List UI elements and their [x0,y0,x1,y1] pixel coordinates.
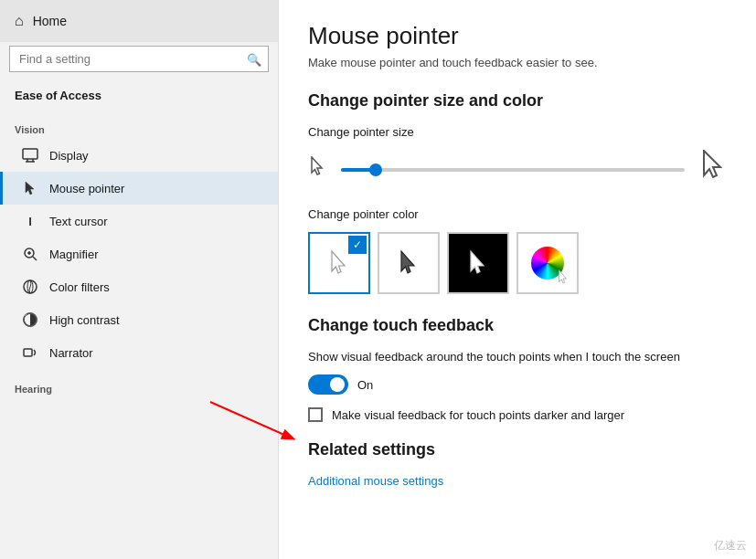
sidebar-item-display[interactable]: Display [0,139,278,172]
text-cursor-label: Text cursor [49,215,108,228]
touch-toggle[interactable] [308,374,348,395]
display-label: Display [49,149,89,163]
sidebar-item-high-contrast[interactable]: High contrast [0,303,278,336]
svg-rect-0 [23,149,37,159]
search-icon: 🔍 [247,52,261,66]
sidebar-hearing-label: Hearing [0,369,278,398]
sidebar-item-text-cursor[interactable]: I Text cursor [0,205,278,237]
touch-section-heading: Change touch feedback [308,316,727,335]
sidebar-vision-label: Vision [0,110,278,139]
additional-mouse-settings-link[interactable]: Additional mouse settings [308,474,727,488]
home-label: Home [33,14,67,28]
mouse-pointer-label: Mouse pointer [49,182,124,195]
text-cursor-icon: I [22,213,38,229]
page-title: Mouse pointer [308,22,727,50]
color-filters-icon [22,279,38,295]
touch-checkbox[interactable] [308,407,323,422]
sidebar-item-mouse-pointer[interactable]: Mouse pointer [0,172,278,205]
sidebar-item-magnifier[interactable]: Magnifier [0,237,278,270]
color-swatch-dark[interactable] [378,232,440,294]
page-subtitle: Make mouse pointer and touch feedback ea… [308,56,727,69]
narrator-icon [22,344,38,361]
search-box-container: 🔍 [9,46,269,72]
color-swatch-white[interactable]: ✓ [308,232,370,294]
touch-show-label: Show visual feedback around the touch po… [308,350,727,364]
custom-cursor-svg [557,269,573,289]
high-contrast-label: High contrast [49,313,120,327]
sidebar-home-item[interactable]: ⌂ Home [0,0,278,42]
magnifier-icon [22,246,38,262]
pointer-size-slider-container [308,150,727,189]
color-filters-label: Color filters [49,280,110,294]
main-content: Mouse pointer Make mouse pointer and tou… [279,0,756,559]
search-input[interactable] [9,46,269,72]
color-swatch-custom[interactable] [516,232,579,294]
svg-rect-13 [24,349,32,356]
swatch-selected-check: ✓ [348,236,367,254]
touch-checkbox-label: Make visual feedback for touch points da… [332,408,624,422]
home-icon: ⌂ [15,13,24,29]
narrator-label: Narrator [49,346,93,360]
white-cursor-svg [328,249,350,277]
toggle-thumb [330,377,345,392]
pointer-section-heading: Change pointer size and color [308,91,727,111]
touch-toggle-row: On [308,374,727,395]
pointer-size-label: Change pointer size [308,125,727,139]
related-settings-heading: Related settings [308,440,727,459]
dark-cursor-svg [398,249,420,277]
pointer-color-label: Change pointer color [308,207,727,221]
sidebar-item-narrator[interactable]: Narrator [0,336,278,369]
touch-feedback-section: Change touch feedback Show visual feedba… [308,316,727,422]
watermark: 亿速云 [714,538,747,554]
mouse-pointer-icon [22,180,38,196]
pointer-size-track[interactable] [341,168,685,172]
toggle-state-label: On [357,378,373,392]
sidebar-item-color-filters[interactable]: Color filters [0,270,278,303]
color-swatch-inverted[interactable] [447,232,509,294]
sidebar: ⌂ Home 🔍 Ease of Access Vision Display [0,0,279,559]
inverted-cursor-svg [467,249,489,277]
svg-line-5 [33,257,37,260]
magnifier-label: Magnifier [49,248,98,261]
pointer-large-icon [699,150,727,189]
touch-checkbox-row: Make visual feedback for touch points da… [308,407,727,422]
high-contrast-icon [22,311,38,328]
related-settings-section: Related settings Additional mouse settin… [308,440,727,488]
svg-line-12 [25,314,27,316]
sidebar-category-ease: Ease of Access [0,81,278,110]
color-swatches: ✓ [308,232,727,294]
slider-thumb[interactable] [369,163,382,176]
display-icon [22,147,38,163]
pointer-small-icon [308,156,326,183]
